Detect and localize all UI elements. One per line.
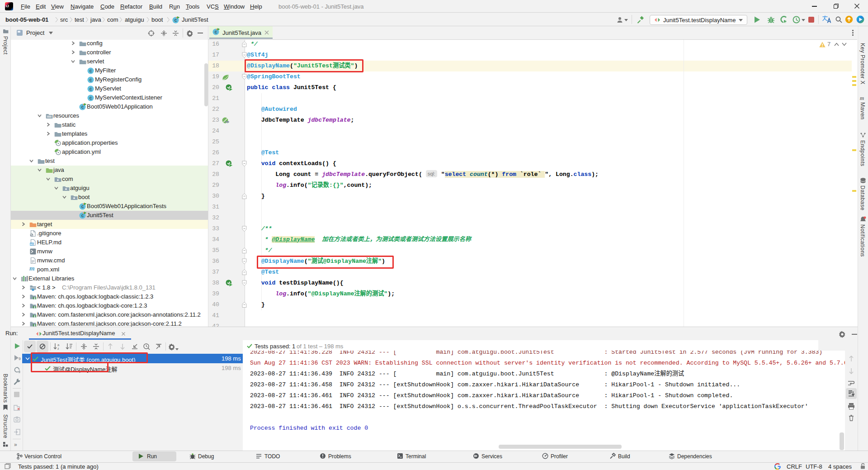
svg-text:C: C — [175, 18, 177, 23]
svg-text:C: C — [90, 69, 92, 74]
svg-text:C: C — [81, 204, 84, 209]
svg-text:C: C — [90, 78, 92, 83]
svg-text:C: C — [215, 30, 217, 35]
svg-text:C: C — [81, 105, 84, 110]
svg-text:C: C — [90, 87, 92, 92]
svg-text:9: 9 — [19, 356, 21, 361]
svg-text:C: C — [90, 96, 92, 101]
svg-text:C: C — [81, 214, 84, 218]
svg-text:z: z — [57, 347, 59, 350]
svg-text:MD: MD — [30, 243, 34, 246]
